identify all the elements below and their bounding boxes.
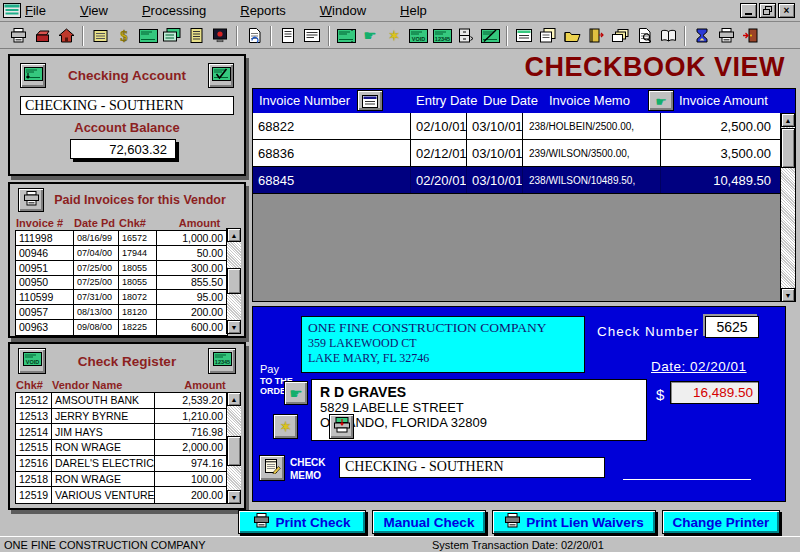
print-check-button[interactable]: Print Check xyxy=(238,510,366,534)
table-row[interactable]: 11199808/16/99165721,000.00 xyxy=(16,231,227,246)
checking-account-field[interactable]: CHECKING - SOUTHERN xyxy=(20,96,234,115)
paid-invoices-scrollbar[interactable]: ▲ ▼ xyxy=(226,228,241,334)
table-row[interactable]: 0095708/13/0018120200.00 xyxy=(16,305,227,320)
table-row[interactable]: 0095007/25/0018055855.50 xyxy=(16,276,227,291)
restore-button[interactable] xyxy=(759,3,776,18)
check-amount-field[interactable]: 16,489.50 xyxy=(670,381,759,404)
manual-check-button[interactable]: Manual Check xyxy=(372,510,486,534)
menu-file[interactable]: File xyxy=(25,1,46,20)
company-city: LAKE MARY, FL 32746 xyxy=(308,351,578,366)
edit-check-icon[interactable] xyxy=(478,25,502,46)
menu-reports[interactable]: Reports xyxy=(240,1,286,20)
print-this-check-button[interactable] xyxy=(329,414,354,439)
print-paid-invoices-button[interactable] xyxy=(18,188,44,212)
scroll-up-icon[interactable]: ▲ xyxy=(227,228,241,242)
refresh-doc-icon[interactable] xyxy=(242,25,266,46)
invoice-row[interactable]: 6882202/10/0103/10/01238/HOLBEIN/2500.00… xyxy=(253,113,781,140)
check-memo-button[interactable] xyxy=(259,455,285,481)
table-row[interactable]: 12513JERRY BYRNE1,210.00 xyxy=(16,409,227,425)
menu-view[interactable]: View xyxy=(80,1,108,20)
invoice-cell: 3,500.00 xyxy=(661,140,781,166)
table-row[interactable]: 11059907/31/001807295.00 xyxy=(16,290,227,305)
scrollbar-thumb[interactable] xyxy=(227,268,241,294)
ledger-icon[interactable] xyxy=(88,25,112,46)
scroll-up-icon[interactable]: ▲ xyxy=(227,392,241,406)
select-payee-button[interactable]: ☛ xyxy=(284,381,308,405)
void-check-icon[interactable]: VOID xyxy=(406,25,430,46)
invoice-row-selected[interactable]: 6884502/20/0103/10/01238/WILSON/10489.50… xyxy=(253,167,781,194)
table-row[interactable]: 12518RON WRAGE100.00 xyxy=(16,472,227,488)
void-check-button[interactable]: VOID xyxy=(18,348,46,374)
hourglass-icon[interactable] xyxy=(690,25,714,46)
payee-box: R D GRAVES 5829 LABELLE STREET ORLANDO, … xyxy=(311,379,647,441)
doc-landscape-icon[interactable] xyxy=(300,25,324,46)
search-doc-icon[interactable] xyxy=(632,25,656,46)
copies-icon[interactable] xyxy=(608,25,632,46)
open-folder-icon[interactable] xyxy=(560,25,584,46)
select-account-button[interactable] xyxy=(20,63,46,88)
menu-processing[interactable]: Processing xyxy=(142,1,206,20)
table-row[interactable]: 12515RON WRAGE2,000.00 xyxy=(16,440,227,456)
menu-window[interactable]: Window xyxy=(320,1,366,20)
paid-invoices-table: 11199808/16/99165721,000.000094607/04/00… xyxy=(15,230,228,336)
check-number-field[interactable]: 5625 xyxy=(705,316,759,338)
invoice-table-scrollbar[interactable]: ▲ ▼ xyxy=(780,113,795,302)
numbered-check-icon[interactable]: 12345 xyxy=(430,25,454,46)
table-row[interactable]: 0096309/08/0018225600.00 xyxy=(16,320,227,335)
copy-check-icon[interactable] xyxy=(160,25,184,46)
copy-form-icon[interactable] xyxy=(536,25,560,46)
scroll-down-icon[interactable]: ▼ xyxy=(227,490,241,504)
check-register-scrollbar[interactable]: ▲ ▼ xyxy=(226,392,241,504)
table-row[interactable]: 0095107/25/0018055300.00 xyxy=(16,261,227,276)
list-doc-icon[interactable] xyxy=(184,25,208,46)
print-setup-icon[interactable] xyxy=(714,25,738,46)
dollar-icon[interactable]: $ xyxy=(112,25,136,46)
transfer-check-icon[interactable] xyxy=(334,25,358,46)
print-icon[interactable] xyxy=(6,25,30,46)
check-memo-field[interactable]: CHECKING - SOUTHERN xyxy=(339,457,605,478)
toolbar-separator xyxy=(270,26,272,46)
exit-door-icon[interactable] xyxy=(738,25,762,46)
exit-book-icon[interactable] xyxy=(584,25,608,46)
renumber-check-button[interactable]: 12345 xyxy=(208,348,236,374)
table-cell: 16572 xyxy=(119,231,157,245)
form-icon[interactable] xyxy=(512,25,536,46)
minimize-button[interactable] xyxy=(740,3,757,18)
home-icon[interactable] xyxy=(54,25,78,46)
toolbar-separator xyxy=(328,26,330,46)
invoice-number-header: Invoice Number xyxy=(259,93,350,108)
close-button[interactable]: × xyxy=(778,3,795,18)
monitor-icon[interactable] xyxy=(208,25,232,46)
check-preview: ONE FINE CONSTRUCTION COMPANY 359 LAKEWO… xyxy=(252,306,786,502)
wand-icon[interactable]: ✶ xyxy=(382,25,406,46)
system-menu-icon[interactable] xyxy=(3,3,21,18)
menu-help[interactable]: Help xyxy=(400,1,427,20)
print-lien-waivers-button[interactable]: Print Lien Waivers xyxy=(492,510,656,534)
change-printer-button[interactable]: Change Printer xyxy=(662,510,780,534)
archive-icon[interactable] xyxy=(454,25,478,46)
scrollbar-thumb[interactable] xyxy=(227,436,241,466)
check-icon[interactable] xyxy=(136,25,160,46)
table-row[interactable]: 12519VARIOUS VENTURE200.00 xyxy=(16,487,227,503)
invoice-list-button[interactable] xyxy=(357,90,383,111)
scroll-up-icon[interactable]: ▲ xyxy=(781,113,795,127)
invoice-row[interactable]: 6883602/12/0103/10/01239/WILSON/3500.00,… xyxy=(253,140,781,167)
table-row[interactable]: 0094607/04/001794450.00 xyxy=(16,246,227,261)
reconcile-account-button[interactable] xyxy=(208,63,234,88)
table-row[interactable]: 12512AMSOUTH BANK2,539.20 xyxy=(16,393,227,409)
svg-text:12345: 12345 xyxy=(214,359,229,365)
table-row[interactable]: 12514JIM HAYS716.98 xyxy=(16,424,227,440)
book-icon[interactable] xyxy=(656,25,680,46)
scroll-down-icon[interactable]: ▼ xyxy=(781,288,795,302)
quick-fill-button[interactable]: ✶ xyxy=(273,414,298,439)
vendor-cards-icon[interactable] xyxy=(30,25,54,46)
doc-portrait-icon[interactable] xyxy=(276,25,300,46)
table-cell: 974.16 xyxy=(155,456,227,471)
pointer-flag-icon[interactable]: ☛ xyxy=(358,25,382,46)
scrollbar-thumb[interactable] xyxy=(781,128,795,168)
select-invoice-button[interactable]: ☛ xyxy=(648,90,674,111)
table-row[interactable]: 12516DAREL'S ELECTRICA974.16 xyxy=(16,456,227,472)
scroll-down-icon[interactable]: ▼ xyxy=(227,320,241,334)
table-cell: 12514 xyxy=(16,424,52,439)
toolbar-separator xyxy=(684,26,686,46)
